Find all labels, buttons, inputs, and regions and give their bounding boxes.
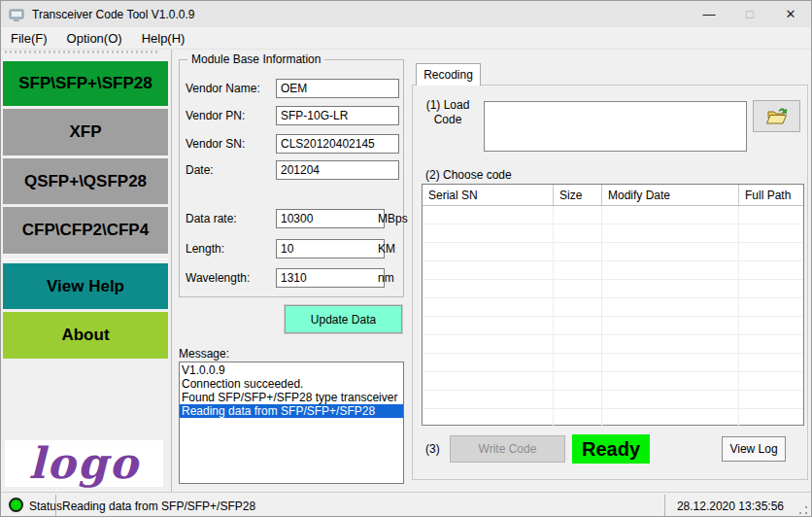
step3-label: (3) [425, 442, 440, 456]
menu-bar: File(F) Option(O) Help(H) [1, 27, 811, 50]
data-rate-input[interactable] [276, 209, 385, 228]
vendor-pn-label: Vendor PN: [186, 109, 275, 122]
message-label: Message: [179, 347, 229, 361]
minimize-icon[interactable]: — [689, 1, 729, 27]
column-full-path[interactable]: Full Path [738, 185, 803, 205]
title-bar: Transceiver Code Tool V1.0.0.9 — □ ✕ [1, 1, 811, 27]
table-gridline [601, 206, 602, 426]
code-table-header: Serial SN Size Modify Date Full Path [423, 185, 803, 206]
message-line-selected[interactable]: Reading data from SFP/SFP+/SFP28 [180, 404, 403, 418]
load-code-label-line1: (1) Load [423, 98, 472, 113]
app-icon [9, 7, 24, 22]
sidebar-button-xfp[interactable]: XFP [3, 109, 168, 155]
vendor-name-label: Vendor Name: [186, 82, 275, 95]
status-label: Status [29, 500, 62, 513]
view-log-button[interactable]: View Log [722, 436, 786, 462]
column-size[interactable]: Size [553, 185, 601, 205]
table-gridline [553, 206, 554, 426]
load-code-input[interactable] [484, 101, 747, 152]
sidebar-button-sfp[interactable]: SFP\SFP+\SFP28 [3, 61, 168, 106]
date-label: Date: [186, 163, 275, 177]
load-code-label-line2: Code [423, 113, 472, 127]
status-datetime: 28.12.2020 13:35:56 [671, 500, 784, 513]
sidebar-button-cfp[interactable]: CFP\CFP2\CFP4 [3, 207, 168, 254]
ready-status-badge: Ready [572, 434, 650, 464]
wavelength-label: Wavelength: [186, 271, 275, 285]
wavelength-unit: nm [378, 271, 394, 285]
sidebar-separator [3, 258, 168, 259]
module-info-title: Module Base Information [187, 52, 324, 66]
sidebar-button-about[interactable]: About [3, 312, 168, 359]
column-modify-date[interactable]: Modify Date [601, 185, 738, 205]
date-input[interactable] [276, 160, 399, 180]
logo-text: logo [28, 444, 139, 483]
statusbar-separator [664, 495, 665, 517]
table-gridline [738, 206, 739, 426]
length-unit: KM [378, 242, 395, 256]
statusbar-separator [55, 495, 56, 517]
wavelength-input[interactable] [276, 268, 385, 288]
toolbar-grip [5, 51, 160, 53]
code-table-body [423, 206, 803, 426]
update-data-button[interactable]: Update Data [285, 305, 402, 333]
menu-file[interactable]: File(F) [1, 28, 57, 49]
message-line[interactable]: Connection succeeded. [180, 377, 403, 391]
message-listbox[interactable]: V1.0.0.9 Connection succeeded. Found SFP… [179, 362, 404, 484]
status-bar: Status Reading data from SFP/SFP+/SFP28 … [1, 492, 811, 517]
folder-open-icon [765, 107, 789, 126]
maximize-icon: □ [729, 1, 770, 27]
vendor-pn-input[interactable] [276, 106, 399, 125]
message-line[interactable]: Found SFP/SFP+/SFP28 type transceiver [180, 391, 403, 404]
menu-option[interactable]: Option(O) [57, 28, 132, 49]
menu-help[interactable]: Help(H) [132, 28, 195, 49]
load-code-label: (1) Load Code [423, 98, 472, 127]
vendor-name-input[interactable] [276, 79, 399, 98]
status-dot-icon [9, 498, 23, 512]
logo: logo [5, 440, 163, 487]
window-title: Transceiver Code Tool V1.0.0.9 [32, 8, 194, 21]
sidebar-divider [171, 50, 172, 492]
length-label: Length: [186, 242, 275, 256]
length-input[interactable] [276, 239, 385, 258]
write-code-button[interactable]: Write Code [450, 435, 565, 463]
browse-file-button[interactable] [753, 100, 800, 132]
close-icon[interactable]: ✕ [770, 1, 811, 27]
sidebar-button-qsfp[interactable]: QSFP+\QSFP28 [3, 158, 168, 204]
vendor-sn-input[interactable] [276, 134, 399, 154]
data-rate-label: Data rate: [186, 212, 275, 225]
vendor-sn-label: Vendor SN: [186, 137, 275, 151]
app-window: Transceiver Code Tool V1.0.0.9 — □ ✕ Fil… [0, 0, 812, 517]
data-rate-unit: MBps [378, 212, 408, 225]
resize-grip[interactable] [798, 505, 808, 515]
column-serial-sn[interactable]: Serial SN [423, 185, 553, 205]
message-line[interactable]: V1.0.0.9 [180, 363, 403, 377]
tab-recoding[interactable]: Recoding [416, 63, 481, 86]
sidebar-button-view-help[interactable]: View Help [3, 263, 168, 309]
status-message: Reading data from SFP/SFP+/SFP28 [62, 500, 255, 513]
code-table[interactable]: Serial SN Size Modify Date Full Path [422, 184, 804, 426]
choose-code-label: (2) Choose code [425, 168, 512, 182]
